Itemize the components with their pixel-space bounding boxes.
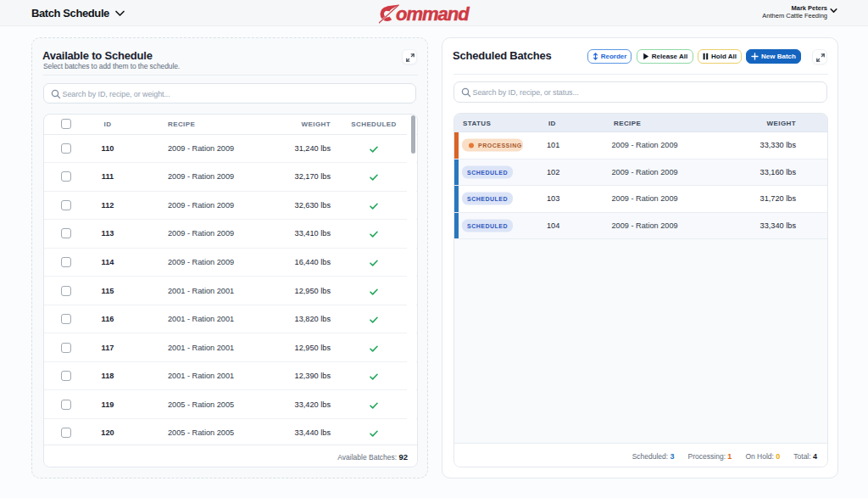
svg-text:ommand: ommand (396, 3, 470, 25)
